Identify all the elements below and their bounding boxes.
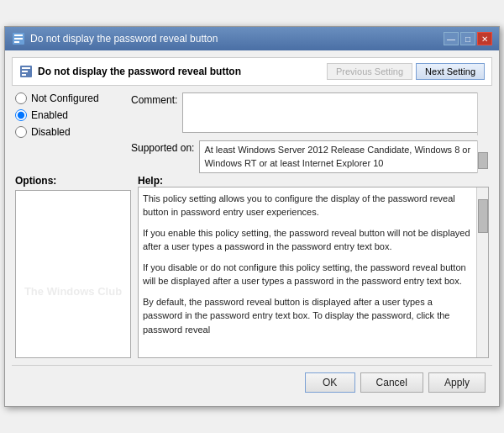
footer: OK Cancel Apply xyxy=(12,365,492,399)
enabled-label: Enabled xyxy=(31,109,68,121)
ok-button[interactable]: OK xyxy=(305,372,355,393)
disabled-radio[interactable] xyxy=(15,126,27,138)
not-configured-radio[interactable] xyxy=(15,92,27,104)
svg-rect-1 xyxy=(14,34,23,36)
comment-textarea[interactable] xyxy=(182,92,489,133)
options-box: The Windows Club xyxy=(15,190,131,358)
main-window: Do not display the password reveal butto… xyxy=(4,26,500,407)
help-scroll-thumb xyxy=(478,199,488,233)
policy-icon xyxy=(19,65,33,78)
help-column: Help: This policy setting allows you to … xyxy=(138,175,489,358)
radio-group: Not Configured Enabled Disabled xyxy=(15,92,124,138)
supported-value: At least Windows Server 2012 Release Can… xyxy=(199,140,489,173)
not-configured-option[interactable]: Not Configured xyxy=(15,92,124,104)
options-label: Options: xyxy=(15,175,131,187)
comment-scrollbar xyxy=(477,92,489,135)
title-bar: Do not display the password reveal butto… xyxy=(5,27,499,50)
header-title-area: Do not display the password reveal butto… xyxy=(19,65,241,78)
svg-rect-5 xyxy=(22,67,30,69)
not-configured-label: Not Configured xyxy=(31,92,99,104)
maximize-button[interactable]: □ xyxy=(460,32,475,45)
comment-label: Comment: xyxy=(131,92,177,106)
svg-rect-2 xyxy=(14,38,23,40)
supported-label: Supported on: xyxy=(131,140,194,154)
cancel-button[interactable]: Cancel xyxy=(360,372,423,393)
header-policy-title: Do not display the password reveal butto… xyxy=(38,66,241,77)
close-button[interactable]: ✕ xyxy=(477,32,492,45)
help-para-3: If you disable or do not configure this … xyxy=(143,261,473,288)
disabled-label: Disabled xyxy=(31,126,71,138)
help-para-4: By default, the password reveal button i… xyxy=(143,295,473,337)
bottom-section: Options: The Windows Club Help: This pol… xyxy=(12,175,492,358)
options-column: Options: The Windows Club xyxy=(15,175,131,358)
disabled-option[interactable]: Disabled xyxy=(15,126,124,138)
next-setting-button[interactable]: Next Setting xyxy=(416,63,485,80)
nav-buttons: Previous Setting Next Setting xyxy=(327,63,485,80)
dialog-body: Do not display the password reveal butto… xyxy=(5,50,499,406)
help-scrollbar xyxy=(476,187,488,357)
right-panel: Comment: Supported on: At least Windows … xyxy=(131,92,489,173)
comment-section: Comment: xyxy=(131,92,489,135)
title-buttons: — □ ✕ xyxy=(444,32,492,45)
enabled-radio[interactable] xyxy=(15,109,27,121)
svg-rect-3 xyxy=(14,41,19,43)
help-para-1: This policy setting allows you to config… xyxy=(143,192,473,219)
help-para-2: If you enable this policy setting, the p… xyxy=(143,226,473,254)
minimize-button[interactable]: — xyxy=(444,32,459,45)
supported-section: Supported on: At least Windows Server 20… xyxy=(131,140,489,173)
window-title: Do not display the password reveal butto… xyxy=(30,33,218,45)
apply-button[interactable]: Apply xyxy=(428,372,486,393)
svg-rect-7 xyxy=(22,74,26,76)
main-content: Not Configured Enabled Disabled Comm xyxy=(12,92,492,173)
help-label: Help: xyxy=(138,175,489,187)
previous-setting-button[interactable]: Previous Setting xyxy=(327,63,412,80)
svg-rect-6 xyxy=(22,71,28,72)
supported-scrollbar xyxy=(477,140,489,173)
window-icon xyxy=(12,32,25,45)
enabled-option[interactable]: Enabled xyxy=(15,109,124,121)
supported-scroll-thumb xyxy=(478,152,488,169)
left-panel: Not Configured Enabled Disabled xyxy=(15,92,124,173)
options-watermark: The Windows Club xyxy=(24,284,122,297)
help-box: This policy setting allows you to config… xyxy=(138,187,489,358)
top-header: Do not display the password reveal butto… xyxy=(12,57,492,86)
